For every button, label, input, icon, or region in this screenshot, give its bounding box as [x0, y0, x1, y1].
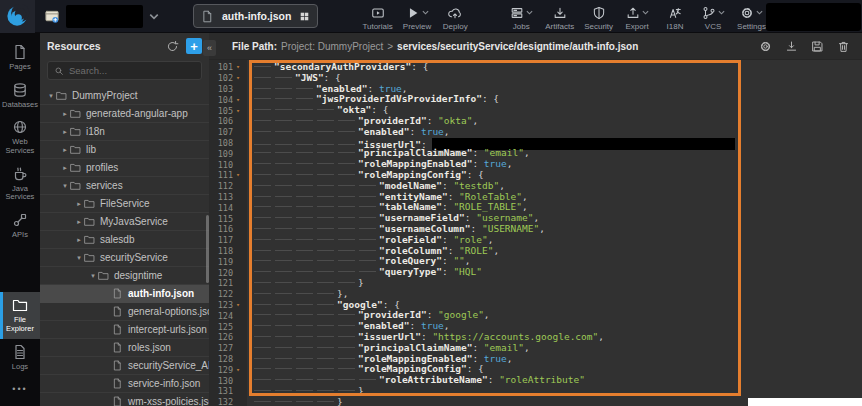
- tree-item-services[interactable]: ▾services: [40, 177, 209, 195]
- chevron-collapsed-icon[interactable]: ▸: [60, 128, 70, 136]
- tab-whitespace-guide: [316, 387, 337, 394]
- search-input[interactable]: [69, 65, 195, 76]
- code-content[interactable]: "secondaryAuthProviders": {"JWS": {"enab…: [247, 60, 862, 406]
- menu-i18n[interactable]: I18N: [661, 5, 689, 31]
- tab-whitespace-guide: [358, 193, 379, 200]
- menu-artifacts[interactable]: Artifacts: [545, 5, 574, 31]
- sidebar-item-apis[interactable]: APIs: [0, 207, 40, 245]
- tree-item-i18n[interactable]: ▸i18n: [40, 123, 209, 141]
- sidebar-item-java-services[interactable]: Java Services: [0, 161, 40, 207]
- code-token: :: [427, 115, 438, 126]
- menu-preview[interactable]: Preview: [403, 5, 431, 31]
- chevron-collapsed-icon[interactable]: ▸: [74, 236, 84, 244]
- code-token: :: [472, 342, 483, 353]
- add-resource-button[interactable]: +: [186, 38, 202, 54]
- sidebar-item-file-explorer[interactable]: File Explorer: [0, 292, 40, 338]
- sidebar-item-pages[interactable]: Pages: [0, 39, 40, 77]
- app-logo[interactable]: [0, 0, 35, 33]
- chevron-expanded-icon[interactable]: ▾: [74, 254, 84, 262]
- tree-item-designtime[interactable]: ▾designtime: [40, 267, 209, 285]
- tree-item-service-info-json[interactable]: service-info.json: [40, 375, 209, 393]
- delete-file-icon[interactable]: [837, 40, 850, 53]
- tree-item-label: designtime: [114, 270, 162, 281]
- fold-marker-icon[interactable]: ▾: [233, 63, 245, 71]
- tab-whitespace-guide: [295, 257, 316, 264]
- menu-label: Settings: [737, 22, 766, 31]
- chevron-collapsed-icon[interactable]: ▸: [74, 218, 84, 226]
- chevron-collapsed-icon[interactable]: ▸: [60, 110, 70, 118]
- sidebar-item-logs[interactable]: Logs: [0, 339, 40, 377]
- sidebar-item-label: APIs: [2, 231, 38, 240]
- tree-item-securityservice-api-json[interactable]: securityService_API.json: [40, 357, 209, 375]
- chevron-expanded-icon[interactable]: ▾: [60, 182, 70, 190]
- fold-marker-icon[interactable]: ▾: [233, 171, 245, 179]
- code-line: "usernameField": "username",: [253, 213, 862, 224]
- code-line: "enabled": true,: [253, 127, 862, 138]
- fold-marker-icon[interactable]: ▾: [233, 74, 245, 82]
- code-token: true: [484, 158, 507, 169]
- save-file-icon[interactable]: [811, 40, 824, 53]
- tab-whitespace-guide: [295, 149, 316, 156]
- tab-whitespace-guide: [316, 203, 337, 210]
- tab-whitespace-guide: [253, 311, 274, 318]
- gutter-line: 111▾: [209, 170, 247, 181]
- menu-label: Preview: [403, 22, 431, 31]
- code-editor[interactable]: 101▾102▾103104▾105▾106107108109110111▾11…: [209, 60, 862, 406]
- menu-deploy[interactable]: Deploy: [441, 5, 469, 31]
- grid-view-icon[interactable]: [299, 11, 310, 22]
- tab-whitespace-guide: [337, 387, 358, 394]
- tab-whitespace-guide: [295, 117, 316, 124]
- menu-security[interactable]: Security: [584, 5, 613, 31]
- sidebar-item-label: Java Services: [2, 185, 38, 202]
- gear-icon: [740, 6, 754, 20]
- sidebar-item-databases[interactable]: Databases: [0, 77, 40, 115]
- rail-more-button[interactable]: •••: [0, 376, 40, 402]
- tree-item-salesdb[interactable]: ▸salesdb: [40, 231, 209, 249]
- tree-scrollbar[interactable]: [206, 215, 209, 283]
- tree-item-roles-json[interactable]: roles.json: [40, 339, 209, 357]
- tree-item-general-options-json[interactable]: general-options.json: [40, 303, 209, 321]
- chevron-expanded-icon[interactable]: ▾: [88, 272, 98, 280]
- fold-marker-icon[interactable]: ▾: [233, 366, 245, 374]
- menu-vcs[interactable]: VCS: [699, 5, 727, 31]
- fold-marker-icon[interactable]: ▾: [233, 96, 245, 104]
- chevron-collapsed-icon[interactable]: ▸: [60, 164, 70, 172]
- download-file-icon[interactable]: [785, 40, 798, 53]
- tab-whitespace-guide: [316, 182, 337, 189]
- gutter-line: 106: [209, 116, 247, 127]
- open-file-tab[interactable]: auth-info.json: [193, 4, 318, 28]
- tree-item-generated-angular-app[interactable]: ▸generated-angular-app: [40, 105, 209, 123]
- menu-jobs[interactable]: Jobs: [507, 5, 535, 31]
- code-token: "RoleTable": [459, 191, 522, 202]
- refresh-icon[interactable]: [166, 40, 179, 53]
- tree-item-profiles[interactable]: ▸profiles: [40, 159, 209, 177]
- chevron-collapsed-icon[interactable]: ▸: [74, 200, 84, 208]
- tree-item-myjavaservice[interactable]: ▸MyJavaService: [40, 213, 209, 231]
- tab-whitespace-guide: [316, 193, 337, 200]
- settings-gear-icon[interactable]: [759, 40, 772, 53]
- menu-tutorials[interactable]: Tutorials: [362, 5, 392, 31]
- tree-item-intercept-urls-json[interactable]: intercept-urls.json: [40, 321, 209, 339]
- tree-item-auth-info-json[interactable]: auth-info.json: [40, 285, 209, 303]
- code-token: :: [472, 147, 483, 158]
- code-token: ,: [484, 309, 490, 320]
- tree-item-wm-xss-policies-json[interactable]: wm-xss-policies.json: [40, 393, 209, 406]
- tab-whitespace-guide: [274, 290, 295, 297]
- tab-whitespace-guide: [274, 214, 295, 221]
- tree-item-dummyproject[interactable]: ▾DummyProject: [40, 87, 209, 105]
- tree-item-fileservice[interactable]: ▸FileService: [40, 195, 209, 213]
- chevron-down-icon: [642, 10, 649, 15]
- tree-item-securityservice[interactable]: ▾securityService: [40, 249, 209, 267]
- chevron-collapsed-icon[interactable]: ▸: [60, 146, 70, 154]
- fold-marker-icon[interactable]: ▾: [233, 107, 245, 115]
- menu-settings[interactable]: Settings: [737, 5, 766, 31]
- collapse-panel-button[interactable]: «: [203, 40, 216, 56]
- chevron-expanded-icon[interactable]: ▾: [46, 92, 56, 100]
- menu-export[interactable]: Export: [623, 5, 651, 31]
- tab-whitespace-guide: [253, 203, 274, 210]
- sidebar-item-web-services[interactable]: Web Services: [0, 114, 40, 160]
- project-selector[interactable]: [44, 5, 159, 28]
- tree-item-lib[interactable]: ▸lib: [40, 141, 209, 159]
- fold-marker-icon[interactable]: ▾: [233, 301, 245, 309]
- tree-item-label: DummyProject: [72, 90, 138, 101]
